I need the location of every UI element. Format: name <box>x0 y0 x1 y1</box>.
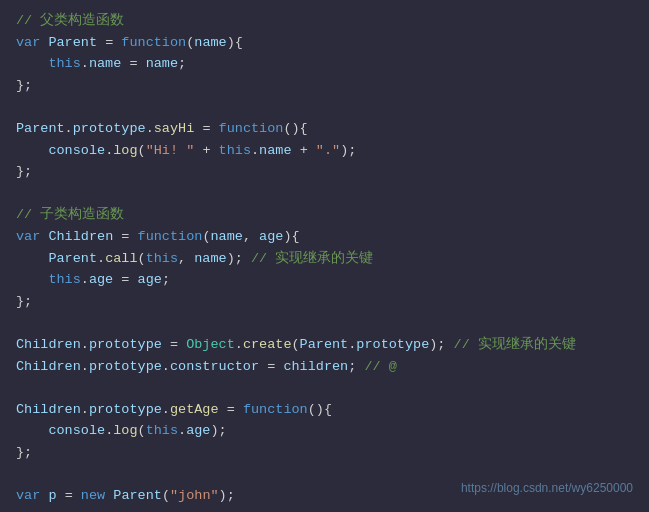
line-20: console.log(this.age); <box>16 420 633 442</box>
line-13: this.age = age; <box>16 269 633 291</box>
line-5 <box>16 96 633 118</box>
line-1: // 父类构造函数 <box>16 10 633 32</box>
line-24: var c = new Children("joe",30); <box>16 507 633 512</box>
line-19: Children.prototype.getAge = function(){ <box>16 399 633 421</box>
code-editor: // 父类构造函数 var Parent = function(name){ t… <box>0 0 649 512</box>
line-2: var Parent = function(name){ <box>16 32 633 54</box>
line-9 <box>16 183 633 205</box>
line-4: }; <box>16 75 633 97</box>
line-21: }; <box>16 442 633 464</box>
line-11: var Children = function(name, age){ <box>16 226 633 248</box>
line-17: Children.prototype.constructor = childre… <box>16 356 633 378</box>
line-7: console.log("Hi! " + this.name + "."); <box>16 140 633 162</box>
line-16: Children.prototype = Object.create(Paren… <box>16 334 633 356</box>
line-18 <box>16 377 633 399</box>
line-12: Parent.call(this, name); // 实现继承的关键 <box>16 248 633 270</box>
line-14: }; <box>16 291 633 313</box>
line-10: // 子类构造函数 <box>16 204 633 226</box>
line-8: }; <box>16 161 633 183</box>
line-15 <box>16 312 633 334</box>
watermark: https://blog.csdn.net/wy6250000 <box>461 479 633 498</box>
line-3: this.name = name; <box>16 53 633 75</box>
line-6: Parent.prototype.sayHi = function(){ <box>16 118 633 140</box>
